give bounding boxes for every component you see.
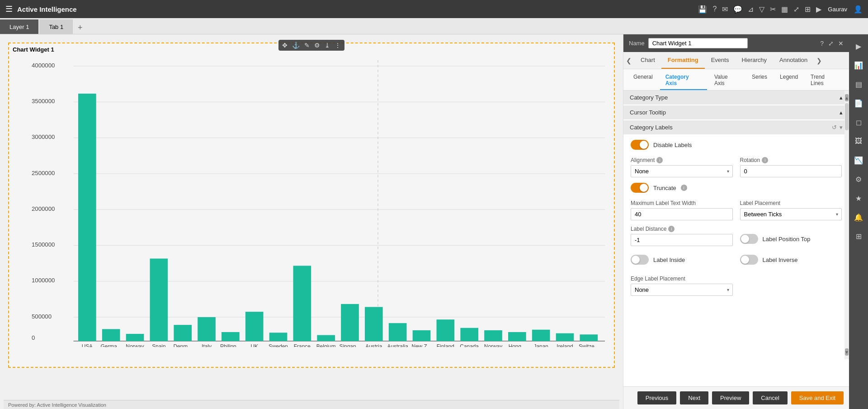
panel-footer: Previous Next Preview Cancel Save and Ex… <box>623 386 849 409</box>
category-labels-collapse[interactable]: ▾ <box>840 124 843 131</box>
truncate-info-icon[interactable]: i <box>681 185 687 191</box>
save-icon[interactable]: 💾 <box>698 5 707 14</box>
xlabel-USA: USA <box>82 343 93 347</box>
rs-image-icon[interactable]: 🖼 <box>850 133 867 149</box>
label-inside-inverse-row: Label Inside Label Inverse <box>631 255 842 270</box>
panel-tab-right-arrow[interactable]: ❯ <box>814 53 825 68</box>
scrollbar-up-arrow[interactable]: ▲ <box>845 94 849 101</box>
scrollbar-thumb[interactable] <box>845 103 849 130</box>
label-position-top-toggle[interactable] <box>740 234 758 244</box>
next-button[interactable]: Next <box>680 391 708 404</box>
tab-events[interactable]: Events <box>705 52 736 69</box>
bar-Germany <box>102 329 120 341</box>
panel-name-input[interactable] <box>648 38 748 48</box>
disable-labels-row: Disable Labels <box>631 140 842 150</box>
tab-annotation[interactable]: Annotation <box>773 52 814 69</box>
chat-icon[interactable]: 💬 <box>733 5 742 14</box>
alignment-select[interactable]: None Left Center Right <box>631 165 733 177</box>
filter2-icon[interactable]: ▽ <box>759 5 764 14</box>
section-cursor-tooltip-collapse[interactable]: ▴ <box>840 109 843 116</box>
disable-labels-knob <box>640 141 648 149</box>
tab-tab1[interactable]: Tab 1 <box>39 19 73 34</box>
rotation-info-icon[interactable]: i <box>762 157 768 163</box>
tab-hierarchy[interactable]: Hierarchy <box>735 52 773 69</box>
rs-file-icon[interactable]: 📄 <box>850 95 867 111</box>
bar-Philippines <box>222 332 240 341</box>
window-icon[interactable]: ⊞ <box>805 5 811 14</box>
anchor-icon[interactable]: ⚓ <box>292 42 300 49</box>
label-inside-toggle[interactable] <box>631 255 649 265</box>
tab-add-button[interactable]: + <box>74 21 86 34</box>
subtab-general[interactable]: General <box>628 71 658 90</box>
tab-layer1[interactable]: Layer 1 <box>0 19 38 34</box>
rs-arrow-icon[interactable]: ▶ <box>850 38 867 54</box>
max-label-input[interactable] <box>631 208 733 220</box>
cancel-button[interactable]: Cancel <box>753 391 787 404</box>
rotation-label: Rotation i <box>740 157 842 163</box>
section-category-labels-label: Category Labels <box>630 124 673 131</box>
help-icon[interactable]: ? <box>712 5 717 13</box>
rs-bell-icon[interactable]: 🔔 <box>850 209 867 225</box>
scrollbar-down-arrow[interactable]: ▼ <box>845 348 849 356</box>
xlabel-HongKong: Hong... <box>509 343 526 347</box>
disable-labels-toggle[interactable] <box>631 140 649 150</box>
edge-label-select[interactable]: None Left Right Both <box>631 284 733 296</box>
label-inverse-toggle[interactable] <box>740 255 758 265</box>
tab-chart[interactable]: Chart <box>634 52 661 69</box>
section-category-labels[interactable]: Category Labels ↺ ▾ <box>623 120 849 134</box>
previous-button[interactable]: Previous <box>637 391 677 404</box>
mail-icon[interactable]: ✉ <box>722 5 728 14</box>
rs-grid2-icon[interactable]: ⊞ <box>850 228 867 244</box>
label-placement-select[interactable]: Between Ticks On Ticks <box>740 208 842 220</box>
section-category-type-collapse[interactable]: ▴ <box>840 94 843 101</box>
subtab-value-axis[interactable]: Value Axis <box>709 71 745 90</box>
grid-icon[interactable]: ▦ <box>781 5 788 14</box>
truncate-toggle[interactable] <box>631 183 649 193</box>
more-icon[interactable]: ⋮ <box>335 42 341 49</box>
bar-Finland <box>437 319 455 341</box>
resize-icon[interactable]: ⤢ <box>793 5 799 14</box>
rs-chart-icon[interactable]: 📊 <box>850 57 867 73</box>
section-cursor-tooltip[interactable]: Cursor Tooltip ▴ <box>623 105 849 119</box>
subtab-category-axis[interactable]: Category Axis <box>660 71 707 90</box>
section-category-type[interactable]: Category Type ▴ <box>623 90 849 105</box>
alignment-info-icon[interactable]: i <box>656 157 663 163</box>
y-label-4000000: 4000000 <box>32 62 55 69</box>
save-exit-button[interactable]: Save and Exit <box>791 391 844 404</box>
rs-table-icon[interactable]: ▤ <box>850 76 867 92</box>
download-icon[interactable]: ⤓ <box>325 42 330 49</box>
tab-formatting[interactable]: Formatting <box>661 52 705 69</box>
label-distance-row: Label Distance i Label Position Top <box>631 226 842 249</box>
user-avatar[interactable]: 👤 <box>854 5 863 14</box>
subtab-series[interactable]: Series <box>746 71 773 90</box>
filter1-icon[interactable]: ⊿ <box>748 5 754 14</box>
edit-icon[interactable]: ✎ <box>304 42 310 49</box>
section-cursor-tooltip-icons: ▴ <box>840 109 843 116</box>
footer: Powered by: Active Intelligence Visualiz… <box>4 400 619 409</box>
wrench-icon[interactable]: ⚙ <box>314 42 320 49</box>
label-distance-label: Label Distance i <box>631 226 733 232</box>
preview-button[interactable]: Preview <box>712 391 749 404</box>
rs-shape-icon[interactable]: ◻ <box>850 114 867 130</box>
subtab-trend-lines[interactable]: Trend Lines <box>805 71 844 90</box>
panel-question-icon[interactable]: ? <box>820 40 824 47</box>
move-icon[interactable]: ✥ <box>282 42 288 49</box>
section-category-labels-icons: ↺ ▾ <box>832 124 843 131</box>
bar-Ireland <box>556 333 574 341</box>
xlabel-Denmark: Denm... <box>173 343 192 347</box>
rs-star-icon[interactable]: ★ <box>850 190 867 206</box>
hamburger-icon[interactable]: ☰ <box>5 4 13 14</box>
rotation-input[interactable] <box>740 165 842 177</box>
play-icon[interactable]: ▶ <box>816 5 821 14</box>
panel-expand-icon[interactable]: ⤢ <box>828 40 834 47</box>
top-bar-icons: 💾 ? ✉ 💬 ⊿ ▽ ✂ ▦ ⤢ ⊞ ▶ <box>698 5 821 14</box>
subtab-legend[interactable]: Legend <box>774 71 803 90</box>
label-distance-info-icon[interactable]: i <box>668 226 675 232</box>
tools-icon[interactable]: ✂ <box>770 5 776 14</box>
rs-bar-icon[interactable]: 📉 <box>850 152 867 168</box>
panel-close-icon[interactable]: ✕ <box>838 40 844 47</box>
refresh-icon[interactable]: ↺ <box>832 124 837 131</box>
panel-tab-left-arrow[interactable]: ❮ <box>623 53 634 68</box>
label-distance-input[interactable] <box>631 234 733 246</box>
rs-settings-icon[interactable]: ⚙ <box>850 171 867 187</box>
